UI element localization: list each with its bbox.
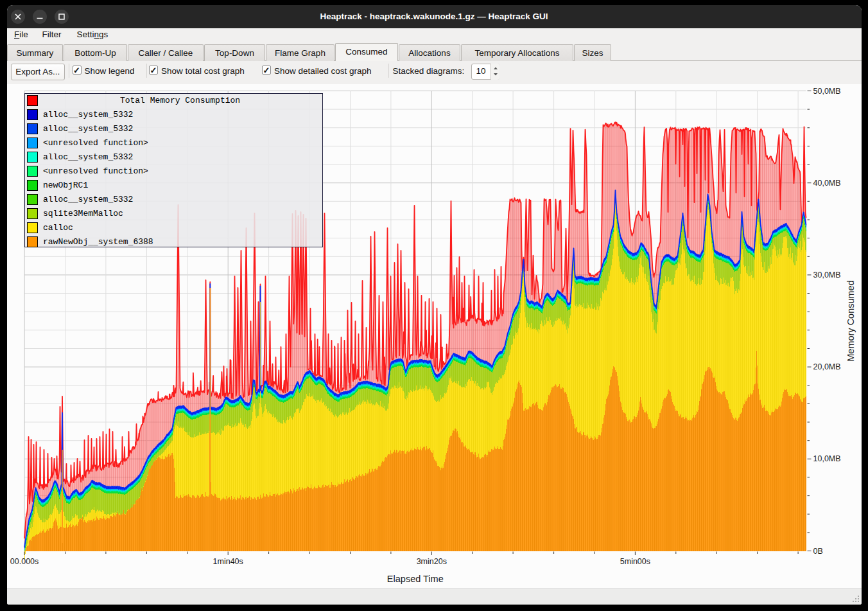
svg-text:30,0MB: 30,0MB <box>813 270 840 279</box>
svg-text:20,0MB: 20,0MB <box>813 362 840 371</box>
svg-text:40,0MB: 40,0MB <box>813 179 840 188</box>
svg-text:10,0MB: 10,0MB <box>813 454 840 463</box>
svg-text:00.000s: 00.000s <box>10 557 38 566</box>
svg-text:3min20s: 3min20s <box>416 557 446 566</box>
svg-text:5min00s: 5min00s <box>620 557 650 566</box>
svg-text:1min40s: 1min40s <box>213 557 243 566</box>
svg-text:Memory Consumed: Memory Consumed <box>845 280 855 362</box>
svg-text:50,0MB: 50,0MB <box>813 87 840 96</box>
svg-text:0B: 0B <box>813 547 822 556</box>
svg-text:Elapsed Time: Elapsed Time <box>386 574 443 584</box>
